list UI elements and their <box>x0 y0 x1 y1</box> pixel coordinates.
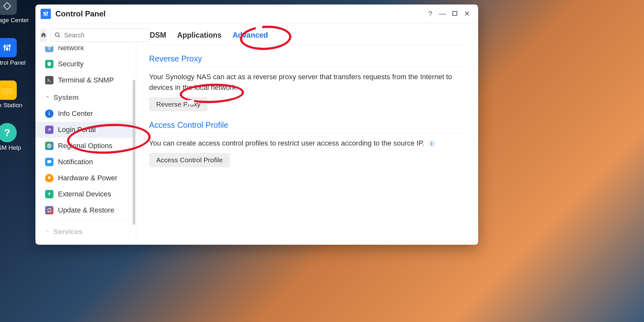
sidebar: Network Security Terminal & SNMP <box>35 23 136 245</box>
svg-point-3 <box>4 46 5 47</box>
sidebar-item-label: External Devices <box>58 190 111 198</box>
sidebar-item-label: Regional Options <box>58 142 112 150</box>
svg-point-11 <box>47 12 48 13</box>
sidebar-item-update-restore[interactable]: Update & Restore <box>35 202 136 218</box>
help-button[interactable]: ? <box>424 8 436 20</box>
svg-rect-17 <box>49 48 50 50</box>
tab-applications[interactable]: Applications <box>176 30 222 40</box>
info-icon[interactable]: i <box>428 140 435 147</box>
network-icon <box>45 46 53 52</box>
desktop-icon-dsm-help[interactable]: ? DSM Help <box>0 123 21 151</box>
tab-advanced[interactable]: Advanced <box>232 30 269 40</box>
sidebar-scroll[interactable]: Network Security Terminal & SNMP <box>35 46 136 245</box>
content-area: DSM Applications Advanced Reverse Proxy … <box>136 23 478 245</box>
divider <box>149 67 465 67</box>
sidebar-item-notification[interactable]: Notification <box>35 154 136 170</box>
search-input[interactable] <box>64 32 146 39</box>
section-title: Access Control Profile <box>149 116 465 133</box>
arrow-out-icon <box>45 126 53 134</box>
home-button[interactable] <box>40 28 47 42</box>
desktop-icons: ◇ Package Center Control Panel File Stat… <box>0 0 20 151</box>
home-icon <box>40 32 47 39</box>
desktop-icon-file-station[interactable]: File Station <box>0 80 23 109</box>
sidebar-section-system[interactable]: System <box>35 88 136 106</box>
desktop-icon-label: Control Panel <box>0 59 26 66</box>
chevron-up-icon <box>45 229 50 235</box>
maximize-button[interactable] <box>449 8 461 20</box>
svg-rect-16 <box>50 46 51 48</box>
svg-line-14 <box>59 36 60 37</box>
chevron-up-icon <box>45 95 50 100</box>
control-panel-icon <box>41 9 51 19</box>
window-body: Network Security Terminal & SNMP <box>35 23 478 245</box>
bulb-icon <box>45 174 53 182</box>
sidebar-section-label: System <box>53 93 79 102</box>
sidebar-item-label: Hardware & Power <box>58 174 118 182</box>
sidebar-item-info-center[interactable]: i Info Center <box>35 106 136 122</box>
search-field[interactable] <box>50 28 150 42</box>
sidebar-section-services[interactable]: Services <box>35 223 136 240</box>
question-icon: ? <box>428 10 432 18</box>
upload-icon <box>45 190 53 198</box>
section-reverse-proxy: Reverse Proxy Your Synology NAS can act … <box>145 45 469 111</box>
svg-rect-12 <box>453 11 457 15</box>
section-text-span: You can create access control profiles t… <box>149 139 424 147</box>
svg-point-10 <box>45 14 46 15</box>
section-text: You can create access control profiles t… <box>149 138 465 148</box>
svg-rect-15 <box>48 46 49 48</box>
desktop-icon-label: Package Center <box>0 17 29 24</box>
sidebar-top <box>35 23 136 46</box>
sidebar-item-label: Login Portal <box>58 126 96 134</box>
svg-point-5 <box>9 45 10 46</box>
desktop-icon-control-panel[interactable]: Control Panel <box>0 38 26 66</box>
sidebar-item-label: Info Center <box>58 109 93 118</box>
sidebar-item-terminal-snmp[interactable]: Terminal & SNMP <box>35 72 136 88</box>
close-icon: ✕ <box>464 10 470 18</box>
folder-icon <box>0 80 17 100</box>
minimize-button[interactable]: — <box>436 8 449 20</box>
sidebar-item-label: Terminal & SNMP <box>58 76 114 84</box>
terminal-icon <box>45 76 53 84</box>
section-title: Reverse Proxy <box>149 50 465 67</box>
reverse-proxy-button[interactable]: Reverse Proxy <box>149 97 208 111</box>
sidebar-item-network[interactable]: Network <box>35 46 136 56</box>
tab-dsm[interactable]: DSM <box>149 30 167 40</box>
help-icon: ? <box>0 123 17 142</box>
divider <box>42 220 129 221</box>
divider <box>149 133 465 133</box>
section-access-control: Access Control Profile You can create ac… <box>145 111 469 167</box>
tabs: DSM Applications Advanced <box>145 23 469 45</box>
sidebar-item-security[interactable]: Security <box>35 56 136 72</box>
desktop-icon-package-center[interactable]: ◇ Package Center <box>0 0 29 24</box>
sidebar-item-label: Update & Restore <box>58 206 114 214</box>
shield-icon <box>45 60 53 68</box>
minimize-icon: — <box>439 10 446 18</box>
window-title: Control Panel <box>55 9 106 18</box>
sync-icon <box>45 206 53 214</box>
sidebar-item-label: Notification <box>58 158 93 166</box>
sidebar-item-hardware-power[interactable]: Hardware & Power <box>35 170 136 186</box>
sidebar-section-label: Services <box>53 228 83 236</box>
maximize-icon <box>452 10 458 18</box>
sidebar-item-label: Network <box>58 46 84 52</box>
access-control-profile-button[interactable]: Access Control Profile <box>149 153 230 167</box>
sidebar-item-regional-options[interactable]: Regional Options <box>35 138 136 154</box>
section-text: Your Synology NAS can act as a reverse p… <box>149 71 465 93</box>
close-button[interactable]: ✕ <box>461 8 473 20</box>
sidebar-item-login-portal[interactable]: Login Portal <box>35 122 136 138</box>
control-panel-window: Control Panel ? — ✕ <box>35 5 478 245</box>
svg-point-13 <box>55 33 59 37</box>
sliders-icon <box>0 38 17 57</box>
globe-icon <box>45 142 53 150</box>
svg-point-9 <box>43 12 44 13</box>
desktop-icon-label: File Station <box>0 102 23 109</box>
search-icon <box>54 32 61 38</box>
sidebar-item-label: Security <box>58 60 83 68</box>
sidebar-item-external-devices[interactable]: External Devices <box>35 186 136 202</box>
svg-point-4 <box>6 48 8 50</box>
titlebar: Control Panel ? — ✕ <box>35 5 478 23</box>
scrollbar-thumb[interactable] <box>133 80 135 225</box>
desktop-icon-label: DSM Help <box>0 144 21 151</box>
chat-icon <box>45 158 53 166</box>
info-icon: i <box>45 109 53 118</box>
